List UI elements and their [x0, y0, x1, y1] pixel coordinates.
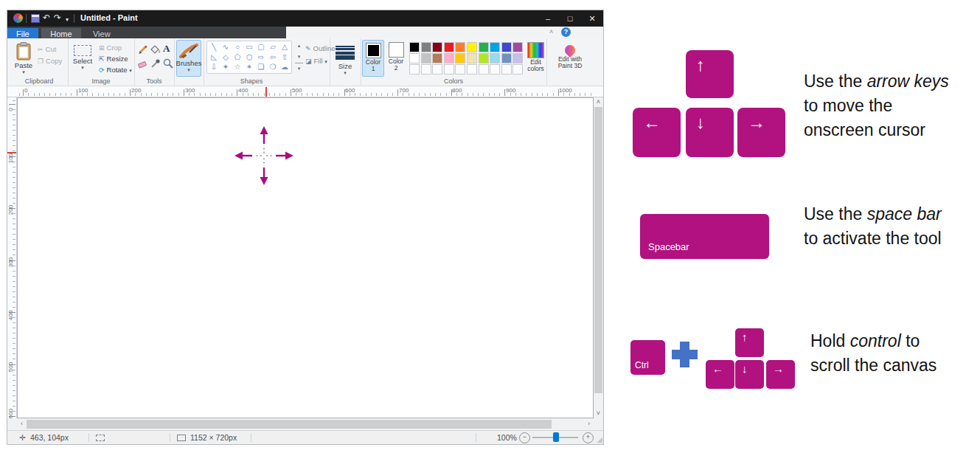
shape-icon[interactable]: ⬠ [232, 52, 243, 63]
color-swatch[interactable] [479, 53, 489, 63]
shape-icon[interactable]: ⇧ [279, 52, 291, 63]
color-swatch[interactable] [501, 53, 512, 63]
close-button[interactable]: ✕ [581, 10, 603, 27]
shape-icon[interactable]: ☁ [279, 62, 291, 72]
brushes-button[interactable]: Brushes ▾ [176, 40, 201, 77]
color-swatch[interactable] [432, 42, 442, 52]
vertical-scrollbar[interactable]: ˄ ˅ [594, 97, 603, 418]
copy-button[interactable]: ❐Copy [38, 57, 62, 65]
shape-icon[interactable]: ❍ [267, 62, 279, 72]
shape-icon[interactable]: ⇦ [267, 52, 279, 63]
shape-icon[interactable]: ⇨ [255, 52, 267, 63]
color-swatch[interactable] [444, 53, 454, 63]
shape-icon[interactable]: ╲ [208, 42, 220, 52]
minimize-button[interactable]: – [537, 10, 559, 27]
magnifier-tool-button[interactable] [162, 58, 174, 72]
color-swatch[interactable] [432, 53, 442, 63]
color-swatch[interactable] [467, 42, 477, 52]
paste-button[interactable]: Paste ▾ [12, 40, 35, 77]
shape-icon[interactable]: ∿ [220, 42, 232, 52]
scroll-right-icon[interactable]: › [584, 419, 594, 429]
shape-icon[interactable]: ◇ [220, 52, 232, 63]
edit-with-paint3d-button[interactable]: Edit withPaint 3D [549, 40, 591, 78]
redo-icon[interactable]: ↷ [54, 13, 61, 23]
color-swatch[interactable] [455, 53, 465, 63]
color-swatch-empty[interactable] [512, 64, 523, 75]
color-swatch-empty[interactable] [501, 64, 512, 75]
shape-icon[interactable]: ○ [232, 42, 243, 52]
shape-icon[interactable]: ▱ [267, 42, 279, 52]
shapes-scroll-up[interactable]: ▴ [295, 41, 303, 51]
fill-tool-button[interactable] [150, 44, 161, 58]
shape-icon[interactable]: ⬡ [243, 52, 255, 63]
eraser-tool-button[interactable] [137, 58, 149, 72]
scroll-up-icon[interactable]: ˄ [594, 97, 603, 107]
clipboard-icon [16, 42, 31, 60]
zoom-slider[interactable] [532, 437, 578, 438]
shape-icon[interactable]: ▭ [243, 42, 255, 52]
fill-button[interactable]: ◪Fill ▾ [305, 57, 327, 65]
eyedropper-tool-button[interactable] [150, 58, 161, 72]
color-swatch-empty[interactable] [421, 64, 431, 75]
undo-icon[interactable]: ↶ [43, 13, 50, 23]
color-swatch[interactable] [490, 42, 500, 52]
edit-colors-button[interactable]: Editcolors [526, 40, 546, 77]
shape-icon[interactable]: ❏ [255, 62, 267, 72]
color-swatch[interactable] [409, 42, 420, 52]
shapes-more-button[interactable]: ▾ [295, 63, 303, 74]
zoom-slider-thumb[interactable] [553, 432, 559, 442]
shape-icon[interactable]: ⇩ [208, 62, 220, 72]
shapes-scroll-down[interactable]: ▾ [295, 52, 303, 62]
save-icon[interactable] [31, 14, 40, 23]
color-swatch[interactable] [501, 42, 512, 52]
color-swatch-empty[interactable] [490, 64, 500, 75]
maximize-button[interactable]: □ [559, 10, 581, 27]
horizontal-scrollbar[interactable]: ‹ › [7, 418, 603, 430]
color-swatch[interactable] [444, 42, 454, 52]
drawing-canvas[interactable] [17, 97, 594, 418]
size-button[interactable]: Size ▾ [333, 40, 358, 77]
collapse-ribbon-icon[interactable]: ˄ [549, 28, 553, 35]
select-button[interactable]: Select ▾ [69, 40, 96, 77]
rotate-button[interactable]: ⟳Rotate ▾ [99, 66, 132, 74]
color1-button[interactable]: Color1 [362, 40, 384, 77]
resize-button[interactable]: ⇱Resize [99, 55, 128, 63]
text-tool-button[interactable]: A [163, 43, 170, 55]
color-swatch-empty[interactable] [432, 64, 442, 75]
crop-button[interactable]: ⊞Crop [99, 44, 122, 52]
divider [88, 433, 89, 442]
color-palette-row1 [409, 42, 524, 53]
shape-icon[interactable]: ☆ [232, 62, 243, 72]
shape-icon[interactable]: ◺ [208, 52, 220, 63]
color-swatch-empty[interactable] [479, 64, 489, 75]
color-swatch[interactable] [490, 53, 500, 63]
zoom-out-button[interactable]: − [519, 432, 530, 443]
shape-icon[interactable]: ✶ [243, 62, 255, 72]
zoom-in-button[interactable]: + [583, 432, 594, 443]
color-swatch[interactable] [512, 42, 523, 52]
shape-icon[interactable]: ✦ [220, 62, 232, 72]
color-swatch[interactable] [455, 42, 465, 52]
color-swatch[interactable] [421, 53, 431, 63]
horizontal-scroll-thumb[interactable] [27, 420, 552, 429]
color-swatch[interactable] [409, 53, 420, 63]
color-swatch-empty[interactable] [455, 64, 465, 75]
shape-icon[interactable]: △ [279, 42, 291, 52]
shape-icon[interactable]: ▢ [255, 42, 267, 52]
ctrl-label: Ctrl [635, 360, 649, 370]
scroll-left-icon[interactable]: ‹ [17, 419, 27, 429]
color2-button[interactable]: Color2 [385, 40, 407, 77]
color-swatch[interactable] [421, 42, 431, 52]
color-swatch-empty[interactable] [409, 64, 420, 75]
quick-access-dropdown-icon[interactable]: ▾ [66, 15, 69, 25]
color-swatch-empty[interactable] [444, 64, 454, 75]
color-swatch-empty[interactable] [467, 64, 477, 75]
cut-button[interactable]: ✂Cut [38, 45, 56, 53]
scroll-down-icon[interactable]: ˅ [594, 409, 603, 418]
color-swatch[interactable] [467, 53, 477, 63]
pencil-tool-button[interactable] [137, 44, 149, 58]
color-swatch[interactable] [479, 42, 489, 52]
color-swatch[interactable] [512, 53, 523, 63]
help-icon[interactable]: ? [561, 27, 571, 37]
vertical-scroll-thumb[interactable] [594, 107, 602, 393]
